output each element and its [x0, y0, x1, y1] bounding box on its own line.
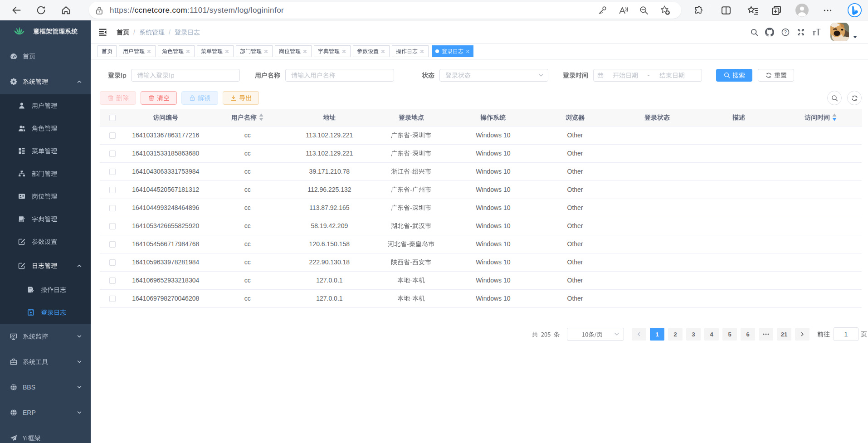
svg-text:?: ? [784, 29, 787, 35]
